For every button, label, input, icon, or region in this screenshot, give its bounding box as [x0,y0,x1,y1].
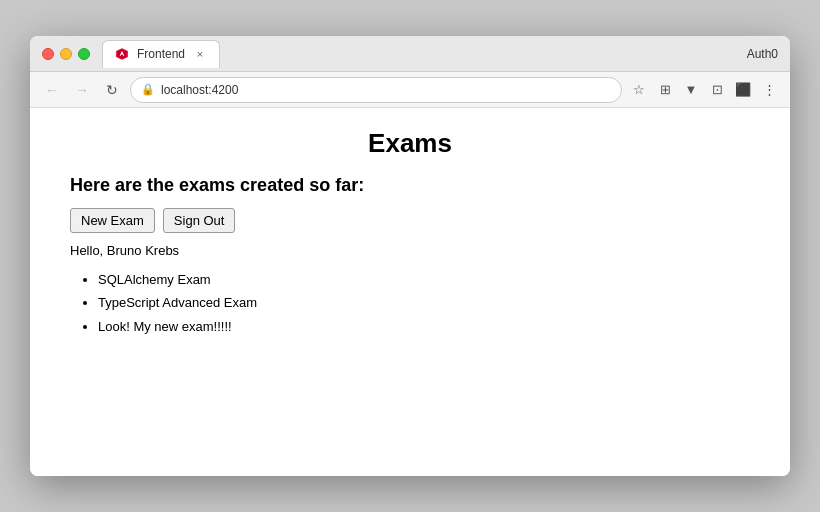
sign-out-button[interactable]: Sign Out [163,208,236,233]
cast-icon[interactable]: ⊡ [706,79,728,101]
tab-area: Frontend × [102,40,747,68]
svg-rect-3 [121,52,122,54]
section-heading: Here are the exams created so far: [70,175,750,196]
browser-window: Frontend × Auth0 ← → ↻ 🔒 localhost:4200 … [30,36,790,476]
profile-icon[interactable]: ⬛ [732,79,754,101]
auth-label: Auth0 [747,47,778,61]
page-title: Exams [70,128,750,159]
greeting-text: Hello, Bruno Krebs [70,243,750,258]
lock-icon: 🔒 [141,83,155,96]
forward-button[interactable]: → [70,78,94,102]
button-row: New Exam Sign Out [70,208,750,233]
tab-title: Frontend [137,47,185,61]
tab-close-button[interactable]: × [193,47,207,61]
traffic-lights [42,48,90,60]
tab-favicon [115,47,129,61]
new-exam-button[interactable]: New Exam [70,208,155,233]
close-button[interactable] [42,48,54,60]
nav-bar: ← → ↻ 🔒 localhost:4200 ☆ ⊞ ▼ ⊡ ⬛ ⋮ [30,72,790,108]
minimize-button[interactable] [60,48,72,60]
list-item: SQLAlchemy Exam [98,268,750,291]
exam-list: SQLAlchemy ExamTypeScript Advanced ExamL… [70,268,750,338]
nav-actions: ☆ ⊞ ▼ ⊡ ⬛ ⋮ [628,79,780,101]
active-tab[interactable]: Frontend × [102,40,220,68]
title-bar: Frontend × Auth0 [30,36,790,72]
page-content: Exams Here are the exams created so far:… [30,108,790,476]
extensions-icon[interactable]: ⊞ [654,79,676,101]
menu-icon[interactable]: ⋮ [758,79,780,101]
maximize-button[interactable] [78,48,90,60]
list-item: TypeScript Advanced Exam [98,291,750,314]
address-text: localhost:4200 [161,83,611,97]
address-bar[interactable]: 🔒 localhost:4200 [130,77,622,103]
filter-icon[interactable]: ▼ [680,79,702,101]
refresh-button[interactable]: ↻ [100,78,124,102]
list-item: Look! My new exam!!!!! [98,315,750,338]
back-button[interactable]: ← [40,78,64,102]
bookmark-icon[interactable]: ☆ [628,79,650,101]
